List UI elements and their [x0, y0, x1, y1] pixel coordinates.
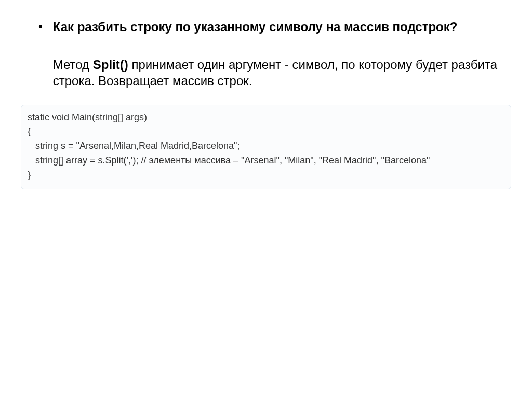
answer-text: Метод Split() принимает один аргумент - …	[53, 57, 501, 89]
code-block: static void Main(string[] args) { string…	[21, 105, 511, 189]
answer-before: Метод	[53, 58, 93, 72]
bullet-text: Как разбить строку по указанному символу…	[53, 19, 501, 89]
code-line: string s = "Arsenal,Milan,Real Madrid,Ba…	[28, 139, 504, 154]
code-line: static void Main(string[] args)	[28, 111, 504, 125]
code-line: string[] array = s.Split(','); // элемен…	[28, 154, 504, 168]
question-text: Как разбить строку по указанному символу…	[53, 19, 501, 35]
code-line: {	[28, 125, 504, 139]
method-name: Split()	[93, 58, 132, 72]
slide-content: • Как разбить строку по указанному симво…	[0, 0, 532, 89]
bullet-dot-icon: •	[38, 19, 43, 34]
code-line: }	[28, 168, 504, 183]
bullet-item: • Как разбить строку по указанному симво…	[31, 19, 501, 89]
